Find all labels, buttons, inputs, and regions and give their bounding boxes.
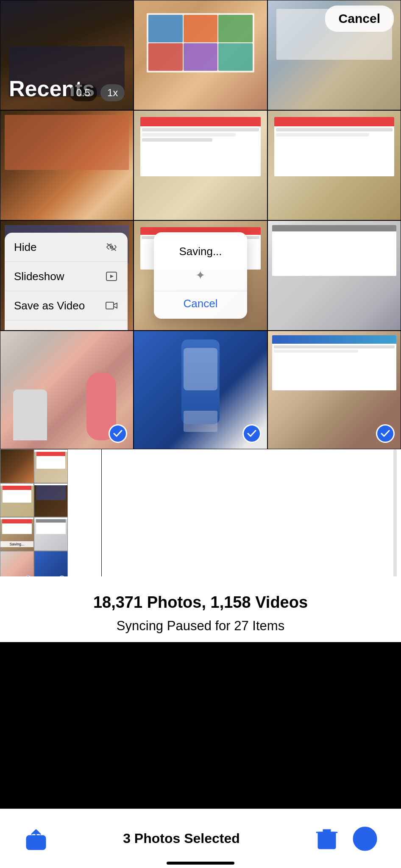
thumb-3[interactable] [0, 483, 34, 517]
check-badge-2 [242, 424, 261, 443]
bottom-toolbar: 3 Photos Selected [0, 809, 401, 868]
svg-marker-2 [110, 275, 114, 278]
photo-cell-3-1[interactable]: Hide Slideshow [0, 220, 134, 331]
photo-cell-4-1[interactable] [0, 331, 134, 449]
video-camera-icon [105, 299, 118, 312]
bottom-info-section: 18,371 Photos, 1,158 Videos Syncing Paus… [0, 576, 401, 642]
menu-item-add-to-album[interactable]: Add to Album [5, 320, 128, 331]
saving-text: Saving... [162, 245, 239, 258]
photo-cell-4-3[interactable] [267, 331, 401, 449]
photo-cell-2-3[interactable] [267, 110, 401, 220]
svg-point-13 [358, 837, 361, 840]
menu-item-hide[interactable]: Hide [5, 233, 128, 262]
delete-button[interactable] [312, 824, 342, 854]
thumb-6[interactable] [34, 517, 68, 551]
svg-point-14 [363, 837, 366, 840]
cancel-button[interactable]: Cancel [325, 6, 394, 32]
thumb-4[interactable] [34, 483, 68, 517]
photo-cell-4-2[interactable] [134, 331, 267, 449]
check-badge-1 [109, 424, 127, 443]
saving-cancel-button[interactable]: Cancel [162, 297, 239, 310]
menu-item-slideshow[interactable]: Slideshow [5, 262, 128, 291]
photo-cell-2-2[interactable] [134, 110, 267, 220]
sync-status: Syncing Paused for 27 Items [13, 618, 388, 634]
zoom-1x-btn[interactable]: 1x [100, 84, 125, 101]
saving-spinner: ✦ [162, 268, 239, 282]
thumb-5[interactable]: Saving... [0, 517, 34, 551]
share-button[interactable] [21, 824, 51, 854]
svg-rect-3 [106, 302, 114, 309]
eye-slash-icon [105, 240, 118, 254]
photo-cell-3-3[interactable] [267, 220, 401, 331]
menu-item-save-as-video[interactable]: Save as Video [5, 291, 128, 320]
photo-cell-1-3[interactable]: Cancel [267, 0, 401, 110]
saving-dialog: Saving... ✦ Cancel [154, 232, 247, 319]
svg-point-15 [368, 837, 371, 840]
photo-cell-1-2[interactable] [134, 0, 267, 110]
selected-count-label: 3 Photos Selected [123, 831, 240, 846]
check-badge-3 [376, 424, 395, 443]
play-rect-icon [105, 270, 118, 283]
photo-cell-1-1[interactable]: Recents 0.5 1x [0, 0, 134, 110]
photo-cell-2-1[interactable] [0, 110, 134, 220]
zoom-05-btn[interactable]: 0.5 [70, 84, 97, 101]
thumb-1[interactable] [0, 449, 34, 483]
home-indicator [167, 862, 234, 865]
context-menu: Hide Slideshow [5, 233, 128, 331]
photos-count: 18,371 Photos, 1,158 Videos [13, 593, 388, 612]
thumb-2[interactable] [34, 449, 68, 483]
svg-marker-4 [114, 303, 117, 308]
more-button[interactable] [350, 824, 380, 854]
photo-cell-3-2[interactable]: Saving... ✦ Cancel [134, 220, 267, 331]
